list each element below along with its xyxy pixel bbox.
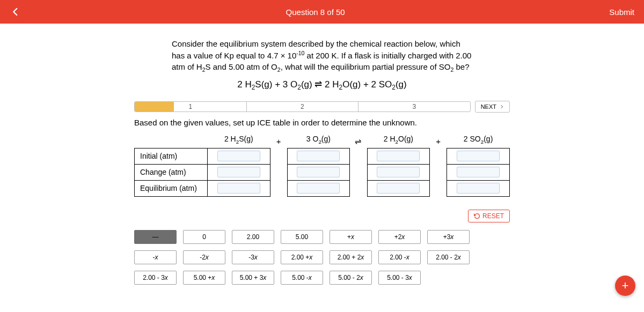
answer-tile[interactable]: -3x [232,250,274,264]
next-button[interactable]: NEXT [475,101,510,113]
drop-slot[interactable] [217,183,260,194]
header-bar: Question 8 of 50 Submit [0,0,644,24]
col-o2: 3 O2(g) [287,135,350,148]
answer-tile[interactable]: 5.00 - x [281,271,323,285]
step-progress: 1 2 3 [134,101,471,112]
add-fab[interactable]: + [615,276,635,296]
drop-slot[interactable] [457,151,500,161]
drop-slot[interactable] [217,167,260,177]
drop-slot[interactable] [457,167,500,177]
answer-tile[interactable]: 2.00 + x [281,250,323,264]
answer-tile[interactable]: +2x [378,230,421,244]
answer-tile[interactable]: 2.00 [232,230,274,244]
reaction-equation: 2 H2S(g) + 3 O2(g) ⇌ 2 H2O(g) + 2 SO2(g) [134,79,510,91]
drop-slot[interactable] [377,183,420,194]
answer-tile[interactable]: +x [330,230,372,244]
answer-tile[interactable]: 2.00 - x [378,250,421,264]
row-initial: Initial (atm) [135,148,510,164]
answer-tile[interactable]: 5.00 - 2x [330,271,372,285]
drop-slot[interactable] [297,167,340,177]
answer-tile[interactable]: -2x [183,250,225,264]
drop-slot[interactable] [297,151,340,161]
answer-tile[interactable]: -x [134,250,177,264]
step-1[interactable]: 1 [135,102,247,112]
answer-tiles: —02.005.00+x+2x+3x-x-2x-3x2.00 + x2.00 +… [134,222,510,285]
answer-tile[interactable]: 5.00 [281,230,323,244]
answer-tile[interactable]: 5.00 + x [183,271,225,285]
answer-tile[interactable]: 0 [183,230,225,244]
answer-tile[interactable]: — [134,230,177,244]
answer-tile[interactable]: 5.00 - 3x [378,271,421,285]
col-h2o: 2 H2O(g) [367,135,430,148]
drop-slot[interactable] [217,151,260,161]
reset-button[interactable]: RESET [468,210,510,222]
answer-tile[interactable]: 2.00 + 2x [330,250,372,264]
answer-tile[interactable]: 2.00 - 2x [427,250,470,264]
step-2[interactable]: 2 [247,102,359,112]
col-h2s: 2 H2S(g) [207,135,270,148]
drop-slot[interactable] [377,151,420,161]
question-counter: Question 8 of 50 [21,8,609,17]
step-instruction: Based on the given values, set up ICE ta… [134,118,510,127]
row-change: Change (atm) [135,164,510,180]
row-equilibrium: Equilibrium (atm) [135,180,510,196]
answer-tile[interactable]: 2.00 - 3x [134,271,177,285]
drop-slot[interactable] [457,183,500,194]
step-3[interactable]: 3 [358,102,470,112]
drop-slot[interactable] [377,167,420,177]
drop-slot[interactable] [297,183,340,194]
submit-button[interactable]: Submit [609,8,634,17]
ice-table: 2 H2S(g) + 3 O2(g) ⇌ 2 H2O(g) + 2 SO2(g)… [134,135,510,197]
back-icon[interactable] [10,6,21,18]
answer-tile[interactable]: 5.00 + 3x [232,271,274,285]
answer-tile[interactable]: +3x [427,230,470,244]
col-so2: 2 SO2(g) [447,135,510,148]
question-prompt: Consider the equilibrium system describe… [172,39,472,73]
